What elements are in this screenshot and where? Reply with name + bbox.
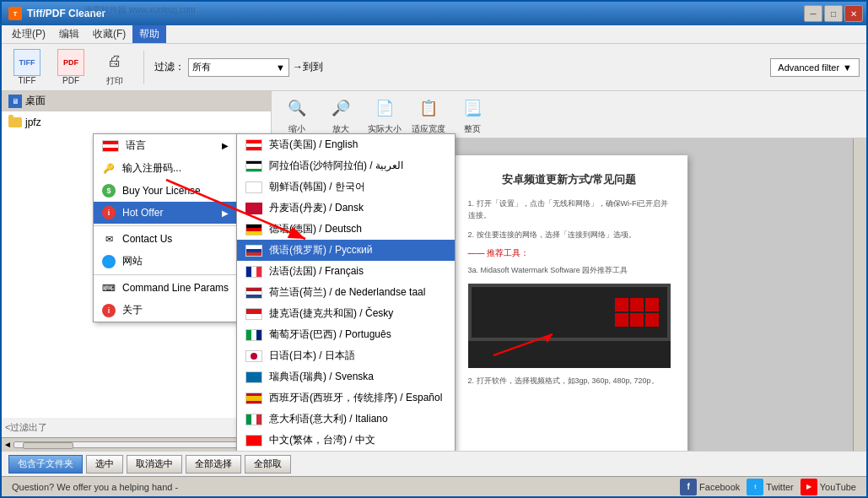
lang-fr[interactable]: 法语(法国) / Français: [237, 261, 455, 282]
lang-cz[interactable]: 捷克语(捷克共和国) / Česky: [237, 303, 455, 324]
select-button[interactable]: 选中: [86, 455, 123, 474]
facebook-button[interactable]: f Facebook: [680, 479, 740, 495]
facebook-icon: f: [680, 479, 697, 495]
menu-help[interactable]: 帮助: [132, 25, 166, 43]
hot-offer-icon: i: [102, 206, 116, 219]
actual-size-button[interactable]: 📄 实际大小: [366, 95, 403, 135]
lang-dk[interactable]: 丹麦语(丹麦) / Dansk: [237, 198, 455, 219]
menu-register[interactable]: 🔑 输入注册码...: [94, 157, 237, 180]
minimize-button[interactable]: ─: [804, 5, 822, 22]
preview-scrollbar[interactable]: [853, 138, 866, 451]
goto-icon: →到到: [293, 60, 323, 74]
lang-en[interactable]: 英语(美国) / English: [237, 134, 455, 155]
lang-nl[interactable]: 荷兰语(荷兰) / de Nederlandse taal: [237, 282, 455, 303]
close-button[interactable]: ✕: [844, 5, 863, 22]
tiff-button[interactable]: TIFF TIFF: [8, 49, 46, 85]
titlebar-controls: ─ □ ✕: [804, 5, 863, 22]
about-icon: i: [102, 304, 116, 317]
doc-text-2: 2. 按住要连接的网络，选择「连接到网络」选项。: [468, 229, 671, 241]
lang-pt[interactable]: 葡萄牙语(巴西) / Português: [237, 324, 455, 345]
deselect-label: 取消选中: [136, 457, 173, 470]
zoom-out-button[interactable]: 🔍 缩小: [278, 95, 315, 135]
deselect-all-button[interactable]: 全部取: [245, 455, 291, 474]
hot-offer-label: Hot Offer: [122, 207, 163, 219]
print-button[interactable]: 🖨 打印: [96, 48, 133, 87]
deselect-button[interactable]: 取消选中: [127, 455, 182, 474]
lang-se[interactable]: 瑞典语(瑞典) / Svenska: [237, 366, 455, 387]
main-content: 🖥 桌面 jpfz <过滤出了 ◄ ► 🔍: [2, 91, 866, 451]
maximize-button[interactable]: □: [824, 5, 843, 22]
menu-favorites[interactable]: 收藏(F): [86, 25, 132, 43]
lang-en-label: 英语(美国) / English: [269, 138, 358, 152]
flag-pt-icon: [245, 329, 262, 341]
language-submenu: 英语(美国) / English 阿拉伯语(沙特阿拉伯) / العربية 朝…: [236, 133, 456, 451]
fit-width-button[interactable]: 📋 适应宽度: [410, 95, 447, 135]
menu-buy-license[interactable]: $ Buy Your License: [94, 180, 237, 202]
lang-it[interactable]: 意大利语(意大利) / Italiano: [237, 409, 455, 430]
lang-jp[interactable]: 日语(日本) / 日本語: [237, 345, 455, 366]
lang-es[interactable]: 西班牙语(西班牙，传统排序) / Español: [237, 387, 455, 409]
menubar: 处理(P) 编辑 收藏(F) 帮助: [2, 25, 866, 44]
lang-se-label: 瑞典语(瑞典) / Svenska: [269, 370, 374, 384]
filter-combo[interactable]: 所有 ▼: [188, 58, 289, 77]
lang-cz-label: 捷克语(捷克共和国) / Česky: [269, 306, 393, 321]
hscrollbar-thumb[interactable]: [23, 442, 73, 449]
cmdline-label: Command Line Params: [122, 282, 229, 294]
language-submenu-arrow: ▶: [222, 141, 229, 150]
zoom-in-button[interactable]: 🔎 放大: [322, 95, 359, 135]
scroll-left-btn[interactable]: ◄: [3, 440, 12, 449]
menu-edit[interactable]: 编辑: [52, 25, 86, 43]
menu-hot-offer[interactable]: i Hot Offer ▶: [94, 202, 237, 224]
menu-language[interactable]: 语言 ▶: [94, 134, 237, 157]
arrow-area: →到到: [293, 60, 323, 74]
lang-tw[interactable]: 中文(繁体，台湾) / 中文: [237, 430, 455, 451]
menu-website[interactable]: 🌐 网站: [94, 250, 237, 273]
select-all-button[interactable]: 全部选择: [186, 455, 241, 474]
dropdown-arrow-icon: ▼: [843, 62, 852, 73]
pdf-button[interactable]: PDF PDF: [52, 49, 89, 85]
view-toolbar: 🔍 缩小 🔎 放大 📄 实际大小 📋 适应宽度 📃 整页: [272, 91, 866, 138]
menu-cmdline[interactable]: ⌨ Command Line Params: [94, 277, 237, 299]
lang-tw-label: 中文(繁体，台湾) / 中文: [269, 433, 375, 447]
advanced-filter-button[interactable]: Advanced filter ▼: [770, 58, 860, 77]
lang-ar[interactable]: 阿拉伯语(沙特阿拉伯) / العربية: [237, 155, 455, 176]
advanced-filter-label: Advanced filter: [778, 62, 839, 73]
statusbar: Question? We offer you a helping hand - …: [2, 476, 866, 496]
doc-text-3: 3a. Midasoft Watermark Software 园外推荐工具: [468, 264, 671, 276]
include-subfolders-button[interactable]: 包含子文件夹: [8, 455, 83, 474]
twitter-icon: t: [747, 479, 763, 495]
doc-title: 安卓频道更新方式/常见问题: [468, 172, 671, 187]
hot-offer-submenu-arrow: ▶: [222, 208, 229, 218]
youtube-button[interactable]: ▶ YouTube: [801, 479, 856, 495]
print-icon: 🖨: [101, 48, 128, 75]
menu-contact-us[interactable]: ✉ Contact Us: [94, 228, 237, 250]
hscrollbar[interactable]: ◄ ►: [2, 437, 271, 451]
zoom-out-icon: 🔍: [283, 95, 310, 122]
select-all-label: 全部选择: [195, 457, 232, 470]
lang-kr[interactable]: 朝鲜语(韩国) / 한국어: [237, 176, 455, 198]
lang-de[interactable]: 德语(德国) / Deutsch: [237, 219, 455, 240]
contact-icon: ✉: [102, 232, 116, 246]
svg-line-0: [493, 334, 553, 355]
status-question: Question? We offer you a helping hand -: [12, 482, 178, 492]
lang-fr-label: 法语(法国) / Français: [269, 264, 364, 279]
youtube-label: YouTube: [820, 482, 856, 492]
menu-process[interactable]: 处理(P): [5, 25, 52, 43]
app-icon: T: [8, 7, 22, 20]
lang-ru[interactable]: 俄语(俄罗斯) / Русский: [237, 240, 455, 261]
menu-about[interactable]: i 关于: [94, 299, 237, 322]
lang-de-label: 德语(德国) / Deutsch: [269, 222, 362, 236]
help-menu: 语言 ▶ 🔑 输入注册码... $ Buy Your License i Hot…: [93, 133, 238, 322]
toolbar: TIFF TIFF PDF PDF 🖨 打印 过滤： 所有 ▼ →到到 Adva…: [2, 44, 866, 91]
flag-es-icon: [245, 392, 262, 404]
lang-it-label: 意大利语(意大利) / Italiano: [269, 412, 388, 426]
toolbar-divider-1: [143, 51, 144, 84]
about-label: 关于: [122, 303, 143, 317]
hscrollbar-track[interactable]: [13, 441, 259, 448]
flag-de-icon: [245, 224, 262, 235]
preview-document: 安卓频道更新方式/常见问题 1. 打开「设置」，点击「无线和网络」，确保Wi-F…: [451, 155, 687, 451]
website-label: 网站: [122, 254, 143, 268]
full-page-button[interactable]: 📃 整页: [454, 95, 491, 135]
twitter-button[interactable]: t Twitter: [747, 479, 793, 495]
list-item[interactable]: jpfz: [5, 115, 267, 130]
